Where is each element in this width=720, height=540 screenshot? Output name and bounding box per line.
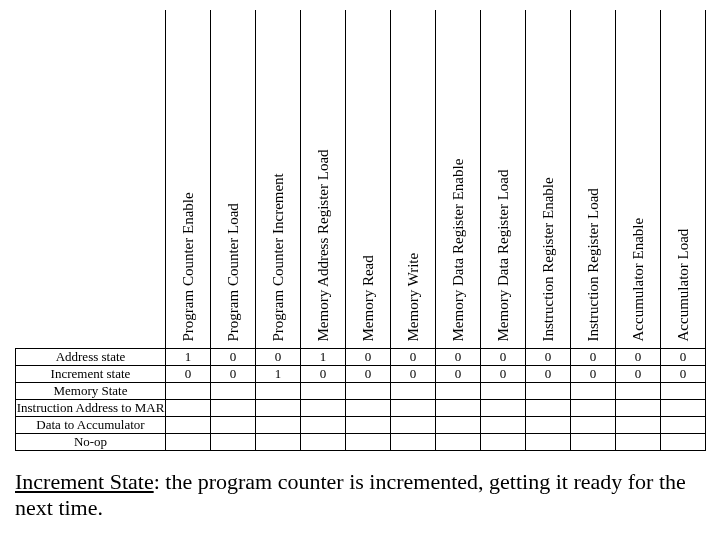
cell: 0: [391, 349, 436, 366]
col-header: Memory Read: [346, 10, 391, 349]
cell: [346, 417, 391, 434]
cell: [481, 434, 526, 451]
table-row: Increment state 0 0 1 0 0 0 0 0 0 0 0 0: [16, 366, 706, 383]
cell: 1: [166, 349, 211, 366]
cell: 0: [571, 349, 616, 366]
cell: 0: [661, 349, 706, 366]
cell: [661, 383, 706, 400]
cell: [526, 383, 571, 400]
cell: [301, 417, 346, 434]
cell: [256, 417, 301, 434]
cell: [391, 434, 436, 451]
cell: 1: [256, 366, 301, 383]
cell: [436, 434, 481, 451]
cell: [571, 434, 616, 451]
table-row: Address state 1 0 0 1 0 0 0 0 0 0 0 0: [16, 349, 706, 366]
cell: [571, 400, 616, 417]
cell: [256, 400, 301, 417]
cell: [301, 400, 346, 417]
cell: [436, 417, 481, 434]
cell: [346, 383, 391, 400]
cell: [661, 400, 706, 417]
cell: [166, 434, 211, 451]
row-label: Address state: [16, 349, 166, 366]
cell: [616, 434, 661, 451]
cell: [481, 383, 526, 400]
cell: [661, 417, 706, 434]
row-label: Data to Accumulator: [16, 417, 166, 434]
cell: [346, 434, 391, 451]
corner-cell: [16, 10, 166, 349]
cell: [526, 434, 571, 451]
cell: [166, 383, 211, 400]
cell: [616, 417, 661, 434]
table-row: Instruction Address to MAR: [16, 400, 706, 417]
cell: 0: [301, 366, 346, 383]
cell: [256, 383, 301, 400]
col-header: Memory Address Register Load: [301, 10, 346, 349]
cell: 0: [481, 349, 526, 366]
cell: [256, 434, 301, 451]
col-header: Program Counter Enable: [166, 10, 211, 349]
row-label: No-op: [16, 434, 166, 451]
cell: 0: [211, 366, 256, 383]
cell: 0: [616, 349, 661, 366]
state-signal-table: Program Counter Enable Program Counter L…: [15, 10, 706, 451]
col-header: Memory Data Register Load: [481, 10, 526, 349]
cell: [436, 400, 481, 417]
cell: 0: [346, 366, 391, 383]
col-header: Instruction Register Enable: [526, 10, 571, 349]
col-header: Accumulator Load: [661, 10, 706, 349]
col-header: Accumulator Enable: [616, 10, 661, 349]
cell: [481, 400, 526, 417]
cell: 0: [256, 349, 301, 366]
cell: [661, 434, 706, 451]
cell: [526, 417, 571, 434]
col-header: Program Counter Load: [211, 10, 256, 349]
row-label: Increment state: [16, 366, 166, 383]
cell: 0: [526, 349, 571, 366]
cell: [166, 400, 211, 417]
table-row: Data to Accumulator: [16, 417, 706, 434]
cell: 0: [211, 349, 256, 366]
cell: 0: [436, 366, 481, 383]
cell: 0: [616, 366, 661, 383]
cell: [211, 400, 256, 417]
col-header: Memory Write: [391, 10, 436, 349]
cell: [166, 417, 211, 434]
cell: [301, 383, 346, 400]
cell: [346, 400, 391, 417]
cell: 0: [571, 366, 616, 383]
cell: [391, 417, 436, 434]
row-label: Memory State: [16, 383, 166, 400]
cell: 1: [301, 349, 346, 366]
cell: [616, 383, 661, 400]
cell: [481, 417, 526, 434]
cell: [301, 434, 346, 451]
row-label: Instruction Address to MAR: [16, 400, 166, 417]
cell: [616, 400, 661, 417]
table-row: No-op: [16, 434, 706, 451]
cell: 0: [391, 366, 436, 383]
cell: [526, 400, 571, 417]
cell: [211, 383, 256, 400]
cell: 0: [436, 349, 481, 366]
cell: [571, 417, 616, 434]
cell: [211, 434, 256, 451]
cell: [571, 383, 616, 400]
cell: 0: [481, 366, 526, 383]
col-header: Memory Data Register Enable: [436, 10, 481, 349]
cell: 0: [526, 366, 571, 383]
cell: 0: [661, 366, 706, 383]
caption-bold: Increment State: [15, 469, 154, 494]
caption: Increment State: the program counter is …: [15, 469, 705, 521]
cell: 0: [166, 366, 211, 383]
cell: [391, 383, 436, 400]
cell: [391, 400, 436, 417]
cell: 0: [346, 349, 391, 366]
cell: [436, 383, 481, 400]
col-header: Program Counter Increment: [256, 10, 301, 349]
table-row: Memory State: [16, 383, 706, 400]
col-header: Instruction Register Load: [571, 10, 616, 349]
cell: [211, 417, 256, 434]
